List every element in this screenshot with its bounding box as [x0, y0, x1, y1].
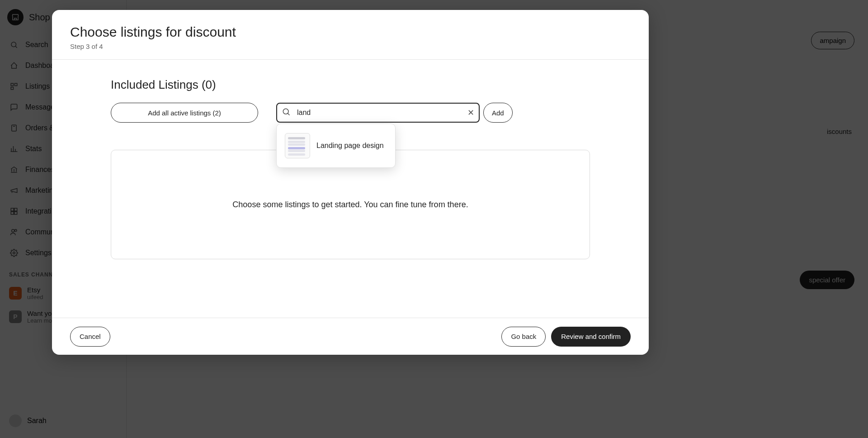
controls-row: Add all active listings (2) ✕ Landing pa…: [111, 103, 590, 123]
listing-thumbnail: [285, 133, 310, 158]
search-icon: [282, 107, 291, 118]
modal-header: Choose listings for discount Step 3 of 4: [52, 10, 649, 60]
search-wrap: ✕ Landing page design Add: [276, 103, 513, 123]
dropdown-item-landing-page[interactable]: Landing page design: [283, 130, 389, 161]
clear-search-button[interactable]: ✕: [467, 108, 474, 118]
empty-state-text: Choose some listings to get started. You…: [232, 200, 468, 209]
add-all-active-button[interactable]: Add all active listings (2): [111, 103, 258, 123]
cancel-button[interactable]: Cancel: [70, 327, 110, 347]
choose-listings-modal: Choose listings for discount Step 3 of 4…: [52, 10, 649, 355]
modal-body: Included Listings (0) Add all active lis…: [52, 60, 649, 318]
svg-point-12: [283, 109, 288, 114]
modal-footer: Cancel Go back Review and confirm: [52, 318, 649, 355]
go-back-button[interactable]: Go back: [501, 327, 546, 347]
add-button[interactable]: Add: [483, 103, 513, 123]
search-dropdown: Landing page design: [276, 124, 396, 168]
dropdown-item-label: Landing page design: [316, 142, 384, 150]
modal-step: Step 3 of 4: [70, 43, 631, 50]
search-input[interactable]: [276, 103, 480, 123]
included-listings-heading: Included Listings (0): [111, 78, 590, 92]
review-confirm-button[interactable]: Review and confirm: [551, 327, 631, 347]
modal-title: Choose listings for discount: [70, 24, 631, 40]
close-icon: ✕: [467, 108, 474, 117]
search-box: ✕ Landing page design: [276, 103, 480, 123]
